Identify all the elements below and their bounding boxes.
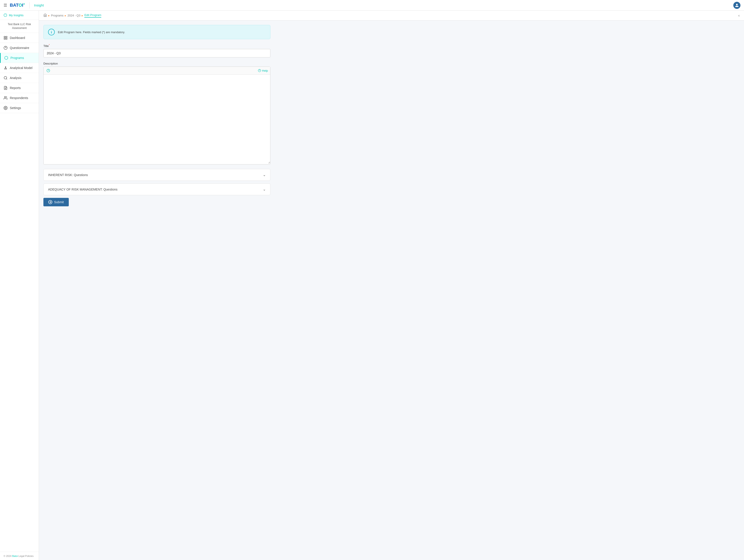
- svg-point-19: [5, 107, 6, 108]
- user-avatar[interactable]: [733, 2, 740, 9]
- description-field-group: Description Help: [43, 62, 270, 164]
- sidebar-item-questionnaire[interactable]: Questionnaire: [0, 43, 39, 53]
- editor-toolbar: Help: [44, 67, 270, 75]
- breadcrumb-programs[interactable]: Programs: [51, 14, 64, 17]
- sidebar-label-reports: Reports: [10, 86, 21, 90]
- adequacy-risk-accordion: ADEQUACY OF RISK MANAGEMENT: Questions ⌄: [43, 183, 270, 195]
- adequacy-risk-chevron-icon: ⌄: [263, 187, 266, 191]
- sidebar-item-analytical-model[interactable]: Analytical Model: [0, 63, 39, 73]
- sidebar-label-questionnaire: Questionnaire: [10, 46, 29, 50]
- sidebar-label-analytical-model: Analytical Model: [10, 66, 33, 70]
- analysis-icon: [4, 76, 7, 80]
- my-insights-label: My Insights: [9, 13, 24, 17]
- my-insights-button[interactable]: My Insights: [0, 11, 39, 20]
- adequacy-risk-accordion-header[interactable]: ADEQUACY OF RISK MANAGEMENT: Questions ⌄: [44, 184, 270, 195]
- sidebar-label-respondents: Respondents: [10, 96, 28, 100]
- sidebar-item-programs[interactable]: Programs: [0, 53, 39, 63]
- analytical-model-icon: [4, 66, 7, 70]
- adequacy-risk-label: ADEQUACY OF RISK MANAGEMENT: Questions: [48, 188, 117, 191]
- submit-button-label: Submit: [54, 200, 64, 204]
- svg-point-10: [6, 69, 7, 69]
- editor-help-question-icon[interactable]: [46, 68, 51, 73]
- sidebar-label-programs: Programs: [10, 56, 24, 60]
- info-banner: i Edit Program here. Fields marked (*) a…: [43, 25, 270, 39]
- sidebar-item-settings[interactable]: Settings: [0, 103, 39, 113]
- respondents-icon: [4, 96, 7, 100]
- svg-line-13: [6, 67, 6, 69]
- breadcrumb-edit-program[interactable]: Edit Program: [84, 13, 101, 17]
- inherent-risk-accordion-header[interactable]: INHERENT RISK: Questions ⌄: [44, 169, 270, 181]
- breadcrumb-sep-1: ▸: [48, 14, 50, 17]
- sidebar-item-reports[interactable]: Reports: [0, 83, 39, 93]
- form-area: i Edit Program here. Fields marked (*) a…: [39, 21, 275, 211]
- sidebar-item-respondents[interactable]: Respondents: [0, 93, 39, 103]
- home-icon[interactable]: [43, 13, 47, 17]
- title-field-group: Title*: [43, 44, 270, 58]
- breadcrumb-sep-2: ▸: [65, 14, 66, 17]
- hamburger-menu[interactable]: ☰: [4, 3, 7, 8]
- legal-text: Legal Policies: [18, 555, 34, 557]
- sidebar-label-analysis: Analysis: [10, 76, 22, 80]
- reports-icon: [4, 86, 7, 90]
- sidebar-collapse-button[interactable]: ‹: [738, 13, 740, 17]
- sidebar-label-dashboard: Dashboard: [10, 36, 25, 40]
- sidebar-item-analysis[interactable]: Analysis: [0, 73, 39, 83]
- editor-help-link[interactable]: Help: [258, 69, 268, 72]
- inherent-risk-chevron-icon: ⌄: [263, 173, 266, 177]
- logo: BATOI®: [10, 3, 25, 8]
- svg-rect-3: [4, 36, 5, 37]
- breadcrumb-quarter[interactable]: 2024 - Q3: [67, 14, 80, 17]
- description-editor: Help: [43, 67, 270, 164]
- svg-rect-4: [6, 36, 7, 37]
- sidebar: My Insights Test Bank LLC Risk Assessmen…: [0, 11, 39, 560]
- org-name: Test Bank LLC Risk Assessment: [0, 20, 39, 33]
- info-circle-icon: i: [48, 29, 55, 35]
- title-label: Title*: [43, 44, 270, 48]
- submit-button[interactable]: ✚ Submit: [43, 198, 69, 206]
- svg-point-14: [4, 76, 7, 79]
- info-message: Edit Program here. Fields marked (*) are…: [58, 31, 125, 34]
- logo-divider: [29, 2, 30, 8]
- settings-icon: [4, 106, 7, 110]
- inherent-risk-accordion: INHERENT RISK: Questions ⌄: [43, 169, 270, 181]
- main-content: ▸ Programs ▸ 2024 - Q3 ▸ Edit Program ‹ …: [39, 11, 744, 560]
- logo-text: BATOI®: [10, 3, 25, 8]
- breadcrumb: ▸ Programs ▸ 2024 - Q3 ▸ Edit Program ‹: [39, 11, 744, 21]
- title-input[interactable]: [43, 49, 270, 58]
- svg-point-11: [5, 67, 6, 67]
- copyright-text: © 2024: [4, 555, 11, 557]
- svg-line-12: [5, 67, 6, 69]
- app-name: Insight: [34, 3, 44, 7]
- footer: © 2024 Batoi Legal Policies: [0, 552, 39, 560]
- svg-rect-6: [4, 38, 5, 39]
- description-textarea[interactable]: [44, 75, 270, 163]
- svg-rect-5: [6, 38, 7, 39]
- breadcrumb-sep-3: ▸: [82, 14, 83, 17]
- description-label: Description: [43, 62, 270, 65]
- sidebar-label-settings: Settings: [10, 106, 21, 110]
- help-label: Help: [262, 69, 268, 72]
- dashboard-icon: [4, 36, 7, 40]
- svg-point-9: [5, 69, 5, 69]
- svg-line-15: [6, 79, 7, 79]
- svg-point-18: [4, 97, 6, 98]
- programs-icon: [4, 56, 8, 60]
- top-bar: ☰ BATOI® Insight: [0, 0, 744, 11]
- questionnaire-icon: [4, 46, 7, 50]
- submit-button-icon: ✚: [48, 200, 52, 204]
- brand-link[interactable]: Batoi: [12, 555, 18, 557]
- sidebar-item-dashboard[interactable]: Dashboard: [0, 33, 39, 43]
- inherent-risk-label: INHERENT RISK: Questions: [48, 173, 88, 177]
